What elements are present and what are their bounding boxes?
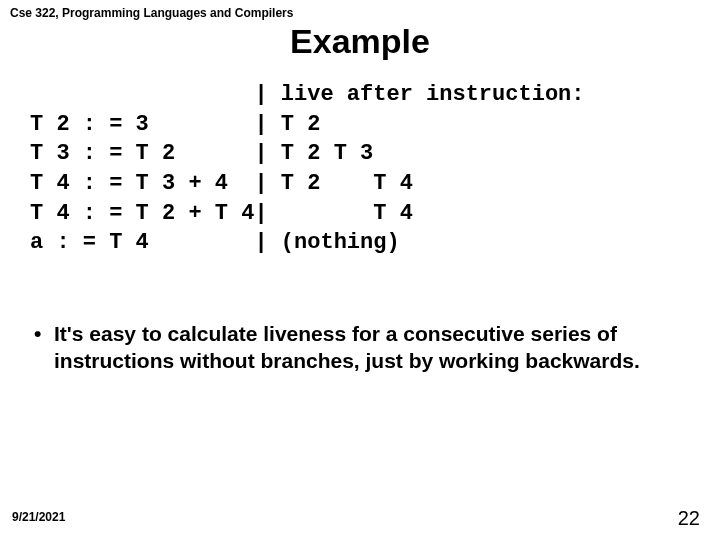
date-footer: 9/21/2021 [12,510,65,524]
code-line: T 3 : = T 2 | T 2 T 3 [30,141,373,166]
code-line: T 2 : = 3 | T 2 [30,112,320,137]
slide-title: Example [0,22,720,61]
bullet-list: It's easy to calculate liveness for a co… [30,320,690,375]
code-block: | live after instruction: T 2 : = 3 | T … [30,80,585,258]
course-header: Cse 322, Programming Languages and Compi… [10,6,293,20]
page-number: 22 [678,507,700,530]
slide: Cse 322, Programming Languages and Compi… [0,0,720,540]
bullet-item: It's easy to calculate liveness for a co… [30,320,690,375]
code-line: T 4 : = T 3 + 4 | T 2 T 4 [30,171,413,196]
code-line: | live after instruction: [30,82,585,107]
code-line: T 4 : = T 2 + T 4| T 4 [30,201,413,226]
code-line: a : = T 4 | (nothing) [30,230,400,255]
